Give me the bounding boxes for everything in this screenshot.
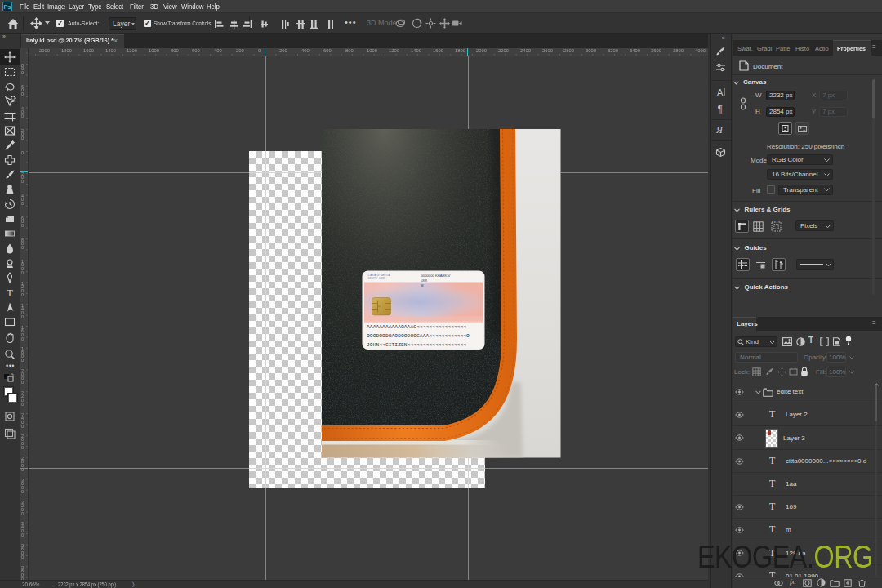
svg-text:A: A <box>717 87 724 97</box>
svg-text:JOHN<<CITIZEN<<<<<<<<<<<<<<<<<: JOHN<<CITIZEN<<<<<<<<<<<<<<<<<<< <box>367 342 466 348</box>
svg-text:Я: Я <box>715 124 724 136</box>
svg-text:0000000 KHARKIV: 0000000 KHARKIV <box>421 274 451 278</box>
svg-text:UKR: UKR <box>421 279 428 283</box>
svg-text:M: M <box>421 284 424 287</box>
svg-text:IDENTITY··CARD: IDENTITY··CARD <box>368 277 385 280</box>
svg-text:¶: ¶ <box>718 103 723 114</box>
svg-text:T: T <box>7 287 13 299</box>
svg-text:C·ARTA··DI··IDENTITA: C·ARTA··DI··IDENTITA <box>368 274 390 277</box>
svg-text:AAAAAAAAAAAOAAAC<<<<<<<<<<<<<<: AAAAAAAAAAAOAAAC<<<<<<<<<<<<<<<< <box>367 324 466 330</box>
svg-text:OOODOODOAODOODOOCAAA<<<<<<<<<<: OOODOODOAODOODOOCAAA<<<<<<<<<<<<O <box>367 333 470 339</box>
